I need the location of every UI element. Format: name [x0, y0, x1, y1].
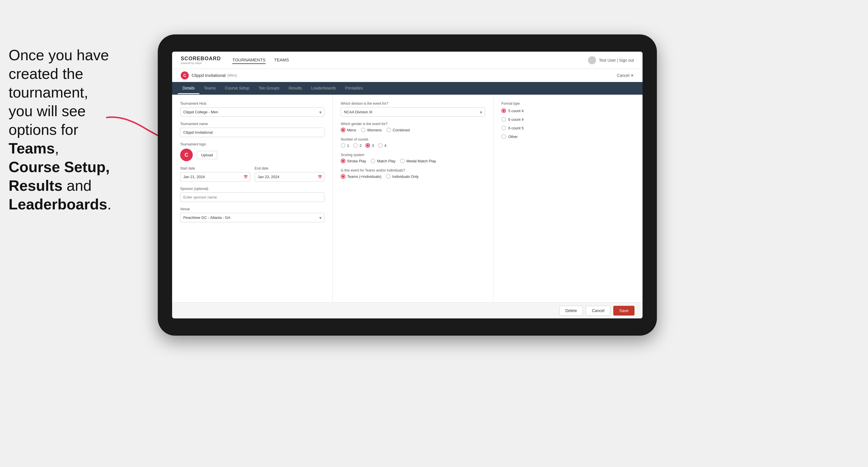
radio-stroke-circle — [341, 159, 345, 163]
radio-other-circle — [501, 134, 506, 139]
start-date-label: Start date — [180, 166, 250, 170]
division-label: Which division is the event for? — [341, 101, 485, 105]
venue-select[interactable]: Peachtree GC - Atlanta - GA — [180, 213, 324, 222]
format-other[interactable]: Other — [501, 134, 634, 139]
tournament-name-input[interactable] — [180, 128, 324, 137]
options-panel: Which division is the event for? NCAA Di… — [333, 95, 493, 302]
division-select-wrapper: NCAA Division III — [341, 107, 485, 117]
app-header: SCOREBOARD Powered by clippd TOURNAMENTS… — [172, 52, 643, 69]
nav-teams[interactable]: TEAMS — [274, 56, 289, 64]
radio-womens-circle — [361, 128, 366, 132]
end-date-label: End date — [255, 166, 325, 170]
tab-course-setup[interactable]: Course Setup — [220, 83, 254, 94]
tab-details[interactable]: Details — [178, 83, 199, 94]
tournament-logo-label: Tournament logo — [180, 142, 324, 146]
start-date-input[interactable] — [180, 172, 250, 182]
radio-round-1-circle — [341, 143, 345, 148]
format-6count5-label: 6 count 5 — [508, 126, 524, 130]
scoring-stroke-label: Stroke Play — [347, 159, 366, 163]
save-button[interactable]: Save — [613, 306, 634, 315]
tournament-name-label: Tournament name — [180, 122, 324, 126]
scoring-group: Scoring system Stroke Play Match Play — [341, 153, 485, 163]
round-1-label: 1 — [347, 144, 349, 148]
scoring-medal-label: Medal Match Play — [406, 159, 436, 163]
tab-bar: Details Teams Course Setup Tee Groups Re… — [172, 82, 643, 95]
delete-button[interactable]: Delete — [559, 306, 583, 315]
gender-combined[interactable]: Combined — [386, 128, 410, 132]
tournament-logo-group: Tournament logo C Upload — [180, 142, 324, 161]
header-nav: TOURNAMENTS TEAMS — [232, 56, 588, 64]
tab-teams[interactable]: Teams — [199, 83, 220, 94]
tab-tee-groups[interactable]: Tee Groups — [254, 83, 284, 94]
tab-leaderboards[interactable]: Leaderboards — [307, 83, 340, 94]
format-6count4-label: 6 count 4 — [508, 117, 524, 122]
rounds-group: Number of rounds 1 2 3 — [341, 137, 485, 148]
teams-plus-individuals[interactable]: Teams (+Individuals) — [341, 174, 381, 179]
tournament-host-label: Tournament Host — [180, 101, 324, 105]
venue-select-wrapper: Peachtree GC - Atlanta - GA — [180, 213, 324, 222]
date-row: Start date End date — [180, 166, 324, 187]
gender-womens[interactable]: Womens — [361, 128, 382, 132]
logo-preview: C — [180, 149, 193, 161]
breadcrumb-bar: C Clippd Invitational (Men) Cancel ✕ — [172, 69, 643, 82]
scoring-label: Scoring system — [341, 153, 485, 157]
tab-printables[interactable]: Printables — [340, 83, 368, 94]
main-content: Tournament Host Clippd College - Men Tou… — [172, 95, 643, 302]
radio-6count4-circle — [501, 117, 506, 122]
rounds-label: Number of rounds — [341, 137, 485, 142]
format-5count4-label: 5 count 4 — [508, 109, 524, 113]
scoring-match-label: Match Play — [377, 159, 395, 163]
end-date-input[interactable] — [255, 172, 325, 182]
radio-individuals-circle — [386, 174, 391, 179]
radio-medal-circle — [400, 159, 405, 163]
division-select[interactable]: NCAA Division III — [341, 107, 485, 117]
round-2[interactable]: 2 — [353, 143, 362, 148]
gender-mens[interactable]: Mens — [341, 128, 356, 132]
radio-round-2-circle — [353, 143, 358, 148]
scoring-match[interactable]: Match Play — [371, 159, 395, 163]
user-info[interactable]: Test User | Sign out — [599, 58, 634, 63]
format-6count5[interactable]: 6 count 5 — [501, 126, 634, 130]
start-date-group: Start date — [180, 166, 250, 182]
scoring-medal-match[interactable]: Medal Match Play — [400, 159, 436, 163]
format-6count4[interactable]: 6 count 4 — [501, 117, 634, 122]
tournament-host-select-wrapper: Clippd College - Men — [180, 107, 324, 117]
form-panel: Tournament Host Clippd College - Men Tou… — [172, 95, 333, 302]
user-avatar — [588, 56, 596, 64]
round-1[interactable]: 1 — [341, 143, 349, 148]
scoring-stroke[interactable]: Stroke Play — [341, 159, 366, 163]
format-panel: Format type 5 count 4 6 count 4 6 count … — [493, 95, 643, 302]
format-other-label: Other — [508, 134, 518, 139]
radio-match-circle — [371, 159, 375, 163]
breadcrumb-cancel[interactable]: Cancel ✕ — [617, 73, 634, 78]
tournament-name-group: Tournament name — [180, 122, 324, 137]
tab-results[interactable]: Results — [284, 83, 307, 94]
round-4[interactable]: 4 — [378, 143, 386, 148]
format-5count4[interactable]: 5 count 4 — [501, 108, 634, 113]
tablet-screen: SCOREBOARD Powered by clippd TOURNAMENTS… — [172, 52, 643, 318]
rounds-radio-group: 1 2 3 4 — [341, 143, 485, 148]
tournament-name: Clippd Invitational — [192, 73, 225, 78]
sponsor-input[interactable] — [180, 192, 324, 202]
round-3[interactable]: 3 — [366, 143, 374, 148]
gender-combined-label: Combined — [393, 128, 410, 132]
footer-bar: Delete Cancel Save — [172, 302, 643, 318]
format-type-label: Format type — [501, 101, 634, 105]
round-3-label: 3 — [372, 144, 374, 148]
individuals-only-label: Individuals Only — [393, 175, 419, 179]
upload-button[interactable]: Upload — [197, 151, 217, 159]
nav-tournaments[interactable]: TOURNAMENTS — [232, 56, 266, 64]
logo-text: SCOREBOARD — [181, 56, 221, 62]
radio-round-4-circle — [378, 143, 383, 148]
round-2-label: 2 — [360, 144, 362, 148]
division-group: Which division is the event for? NCAA Di… — [341, 101, 485, 117]
logo-sub: Powered by clippd — [181, 62, 221, 65]
logo-area: SCOREBOARD Powered by clippd — [181, 56, 221, 65]
teams-label: Is this event for Teams and/or Individua… — [341, 168, 485, 173]
end-date-group: End date — [255, 166, 325, 182]
individuals-only[interactable]: Individuals Only — [386, 174, 419, 179]
cancel-button[interactable]: Cancel — [586, 306, 611, 315]
sponsor-group: Sponsor (optional) — [180, 187, 324, 202]
gender-radio-group: Mens Womens Combined — [341, 128, 485, 132]
tournament-host-select[interactable]: Clippd College - Men — [180, 107, 324, 117]
